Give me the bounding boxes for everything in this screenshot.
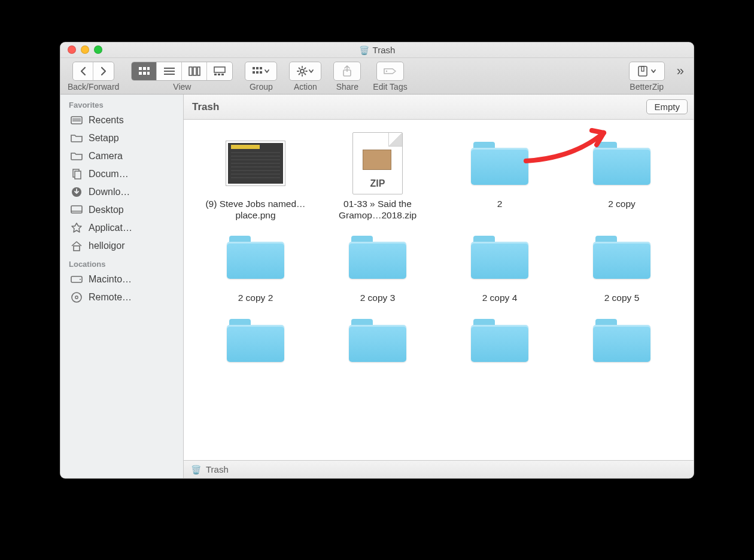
forward-button[interactable] <box>93 62 114 80</box>
folder-icon <box>70 132 83 144</box>
action-button[interactable] <box>290 62 321 80</box>
svg-point-47 <box>72 293 81 302</box>
svg-rect-40 <box>75 171 81 179</box>
share-button[interactable] <box>333 62 361 81</box>
view-columns-button[interactable] <box>182 62 207 80</box>
betterzip-button[interactable] <box>629 62 665 81</box>
file-item[interactable]: ZIP01-33 » Said the Gramop…2018.zip <box>318 130 437 221</box>
file-item[interactable]: 2 copy <box>562 130 682 221</box>
svg-rect-14 <box>218 74 220 75</box>
view-label: View <box>173 82 191 92</box>
list-view-icon <box>163 66 175 76</box>
file-item[interactable] <box>318 308 437 376</box>
location-header: Trash Empty <box>184 95 694 120</box>
file-item-label: 2 copy 5 <box>604 293 640 304</box>
svg-point-48 <box>75 296 78 299</box>
svg-rect-15 <box>221 74 224 75</box>
view-gallery-button[interactable] <box>207 62 232 80</box>
svg-rect-5 <box>147 72 150 75</box>
chevron-down-icon <box>650 66 656 76</box>
gallery-view-icon <box>214 66 226 76</box>
file-item[interactable]: 2 <box>440 130 560 221</box>
edit-tags-label: Edit Tags <box>373 82 407 92</box>
sidebar-item-applications[interactable]: Applicat… <box>60 219 183 237</box>
sidebar-item-camera[interactable]: Camera <box>60 147 183 165</box>
sidebar-item-label: helloigor <box>89 241 124 251</box>
share-label: Share <box>336 82 358 92</box>
window-title-text: Trash <box>373 45 396 55</box>
back-button[interactable] <box>73 62 93 80</box>
action-group: Action <box>289 62 321 92</box>
sidebar-item-desktop[interactable]: Desktop <box>60 201 183 219</box>
svg-point-22 <box>300 69 304 73</box>
svg-rect-18 <box>260 67 262 69</box>
group-label: Group <box>250 82 273 92</box>
sidebar-item-label: Macinto… <box>89 274 132 285</box>
sidebar-item-label: Docum… <box>89 169 129 179</box>
sidebar-item-remote-disc[interactable]: Remote… <box>60 288 183 306</box>
chevron-left-icon <box>79 66 87 76</box>
group-group: Group <box>245 62 277 92</box>
svg-rect-36 <box>71 117 82 124</box>
view-list-button[interactable] <box>157 62 182 80</box>
desktop-icon <box>70 204 83 216</box>
file-item-label: 2 copy 2 <box>238 293 273 304</box>
home-icon <box>70 240 83 252</box>
action-seg <box>289 62 321 81</box>
group-button[interactable] <box>245 62 276 80</box>
file-item[interactable] <box>562 308 682 376</box>
svg-rect-19 <box>253 71 255 74</box>
sidebar-item-downloads[interactable]: Downlo… <box>60 183 183 201</box>
file-item[interactable]: 2 copy 4 <box>440 224 560 304</box>
zoom-button[interactable] <box>94 45 102 54</box>
svg-rect-3 <box>139 72 142 75</box>
svg-rect-21 <box>260 71 262 74</box>
file-item[interactable] <box>196 308 315 376</box>
disk-icon <box>70 273 83 285</box>
empty-trash-button[interactable]: Empty <box>646 99 688 114</box>
grid-icon <box>252 66 264 76</box>
edit-tags-button[interactable] <box>376 62 404 81</box>
items-grid: (9) Steve Jobs named…place.pngZIP01-33 »… <box>184 120 694 382</box>
sidebar-item-macintosh-hd[interactable]: Macinto… <box>60 270 183 288</box>
view-seg <box>131 62 233 81</box>
chevron-down-icon <box>308 66 314 76</box>
toolbar-overflow-button[interactable]: » <box>677 63 686 90</box>
minimize-button[interactable] <box>81 45 89 54</box>
image-thumbnail <box>226 141 285 186</box>
file-item[interactable] <box>440 308 560 376</box>
svg-rect-7 <box>164 71 175 72</box>
sidebar-item-setapp[interactable]: Setapp <box>60 129 183 147</box>
sidebar-section: Locations Macinto… Remote… <box>60 255 183 306</box>
chevron-right-icon <box>99 66 108 76</box>
folder-icon <box>471 142 528 185</box>
file-item[interactable]: 2 copy 2 <box>196 224 315 304</box>
sidebar-item-home[interactable]: helloigor <box>60 237 183 255</box>
titlebar: 🗑️ Trash <box>60 42 694 58</box>
downloads-icon <box>70 186 83 198</box>
file-item[interactable]: (9) Steve Jobs named…place.png <box>196 130 315 221</box>
svg-line-28 <box>305 74 306 75</box>
back-forward-seg <box>72 62 114 81</box>
sidebar-item-label: Applicat… <box>89 223 132 233</box>
close-button[interactable] <box>68 45 76 54</box>
items-scroll[interactable]: (9) Steve Jobs named…place.pngZIP01-33 »… <box>184 120 694 460</box>
tags-group: Edit Tags <box>373 62 407 92</box>
zip-icon: ZIP <box>352 132 403 194</box>
body: Favorites Recents Setapp <box>60 95 694 478</box>
sidebar-item-label: Desktop <box>89 205 124 215</box>
sidebar-item-documents[interactable]: Docum… <box>60 165 183 183</box>
back-forward-label: Back/Forward <box>68 82 119 92</box>
svg-line-27 <box>299 68 300 69</box>
sidebar-item-recents[interactable]: Recents <box>60 111 183 129</box>
svg-point-33 <box>386 71 387 72</box>
gear-icon <box>296 66 308 77</box>
file-item[interactable]: 2 copy 3 <box>318 224 437 304</box>
view-group: View <box>131 62 233 92</box>
action-label: Action <box>294 82 317 92</box>
svg-rect-35 <box>641 66 644 71</box>
file-item[interactable]: 2 copy 5 <box>562 224 682 304</box>
folder-icon <box>349 319 406 362</box>
view-icons-button[interactable] <box>132 62 157 80</box>
back-forward-group: Back/Forward <box>68 62 119 92</box>
